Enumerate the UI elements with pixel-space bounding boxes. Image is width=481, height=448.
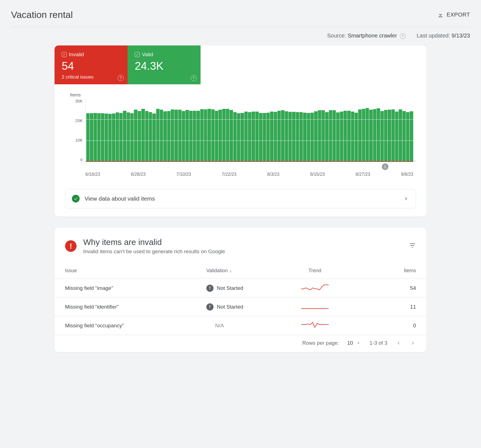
help-icon[interactable]: ? [118, 75, 124, 81]
items-count: 0 [352, 316, 426, 335]
chart-bar [318, 110, 321, 162]
export-button[interactable]: EXPORT [437, 12, 470, 18]
chart-bar [369, 110, 372, 162]
chart-bar [241, 113, 244, 162]
warning-icon: ! [206, 285, 214, 292]
issue-name: Missing field “identifier” [55, 298, 196, 316]
chart-bar [285, 111, 288, 162]
table-header-row: Issue Validation↓ Trend Items [55, 263, 426, 279]
chart-bar [196, 111, 200, 162]
chart-bar [380, 111, 384, 162]
table-row[interactable]: Missing field “image”!Not Started54 [55, 279, 426, 298]
chart-bars: 1 [85, 99, 413, 162]
chart-bar [200, 109, 204, 162]
arrow-down-icon: ↓ [229, 268, 232, 273]
issue-name: Missing field “occupancy” [55, 316, 196, 335]
chart-bar [259, 113, 262, 162]
chart-bar [362, 109, 365, 162]
updated-value: 9/13/23 [452, 33, 470, 39]
chart-bar [410, 111, 413, 162]
chart-bar [299, 112, 303, 162]
pager-range: 1-3 of 3 [370, 340, 387, 346]
rows-per-page-label: Rows per page: [302, 340, 339, 346]
chart-bar [97, 113, 101, 162]
chart-bar [123, 111, 126, 162]
chart-bar [182, 111, 185, 162]
chart-bar [329, 110, 332, 162]
chart-bar [237, 113, 240, 162]
rows-per-page-select[interactable]: 10 [347, 340, 361, 346]
chart-xaxis: 6/16/236/28/237/10/237/22/238/3/238/15/2… [70, 162, 413, 177]
updated-meta: Last updated: 9/13/23 [417, 33, 470, 39]
help-icon[interactable]: ? [400, 33, 406, 39]
chart-marker[interactable]: 1 [382, 163, 388, 170]
chart-bar [141, 109, 145, 162]
invalid-tile-value: 54 [62, 60, 120, 72]
source-label: Source: [327, 33, 346, 39]
chart-bar [185, 110, 189, 162]
rows-per-page-value: 10 [347, 340, 353, 346]
check-circle-icon [72, 195, 80, 203]
col-items[interactable]: Items [352, 263, 426, 279]
chart-bar [347, 111, 350, 162]
chart-bar [207, 109, 211, 162]
export-label: EXPORT [447, 12, 470, 18]
valid-tile[interactable]: Valid 24.3K ? [128, 45, 201, 84]
col-issue[interactable]: Issue [55, 263, 196, 279]
col-trend[interactable]: Trend [278, 263, 352, 279]
chart-bar [406, 112, 409, 162]
invalid-issues-card: ! Why items are invalid Invalid items ca… [55, 228, 426, 352]
chart-bar [248, 112, 251, 162]
chart-bar [189, 111, 193, 162]
source-meta: Source: Smartphone crawler ? [327, 33, 406, 39]
chart-bar [303, 113, 306, 162]
chart-bar [388, 110, 391, 162]
chart-bar [281, 110, 284, 162]
view-valid-items-button[interactable]: View data about valid items [65, 189, 416, 208]
filter-button[interactable] [409, 242, 416, 250]
help-icon[interactable]: ? [191, 75, 197, 81]
chart-bar [391, 109, 395, 162]
view-valid-items-label: View data about valid items [85, 195, 403, 202]
chart-bar [336, 112, 339, 162]
chart-bar [211, 109, 215, 162]
next-page-button[interactable] [410, 340, 416, 346]
page-title: Vacation rental [11, 9, 73, 20]
chart-bar [321, 110, 325, 162]
chart-bar [310, 113, 314, 162]
chart-bar [355, 113, 358, 162]
col-validation[interactable]: Validation↓ [196, 263, 278, 279]
chart-bar [314, 111, 317, 162]
chart-bar [344, 111, 347, 162]
chart-bar [270, 112, 273, 162]
chart-bar [163, 111, 167, 162]
table-row[interactable]: Missing field “identifier”!Not Started11 [55, 298, 426, 316]
chart-bar [277, 111, 281, 162]
updated-label: Last updated: [417, 33, 450, 39]
chart-bar [296, 112, 299, 162]
validation-status: N/A [196, 316, 278, 335]
chart-bar [333, 110, 336, 162]
chart-bar [377, 108, 380, 162]
table-row[interactable]: Missing field “occupancy”N/A0 [55, 316, 426, 335]
chart-bar [171, 109, 174, 162]
chart-bar [358, 109, 361, 162]
invalid-trend-line [86, 161, 413, 162]
items-count: 11 [352, 298, 426, 316]
chart-bar [204, 109, 207, 162]
chart-yaxis: 30K20K10K0 [70, 99, 83, 162]
chart-bar [263, 113, 266, 162]
chart-bar [138, 111, 141, 162]
chart-bar [340, 112, 343, 162]
chart-bar [222, 109, 226, 162]
items-chart-card: Invalid 54 2 critical issues ? Valid 24.… [55, 45, 426, 217]
chart-bar [112, 114, 115, 162]
invalid-tile[interactable]: Invalid 54 2 critical issues ? [55, 45, 128, 84]
issues-subheading: Invalid items can't be used to generate … [83, 249, 225, 255]
warning-icon: ! [206, 303, 214, 311]
issue-name: Missing field “image” [55, 279, 196, 298]
chart-bar [130, 113, 134, 162]
chart-bar [384, 110, 387, 162]
prev-page-button[interactable] [396, 340, 402, 346]
chart-bar [127, 112, 130, 162]
